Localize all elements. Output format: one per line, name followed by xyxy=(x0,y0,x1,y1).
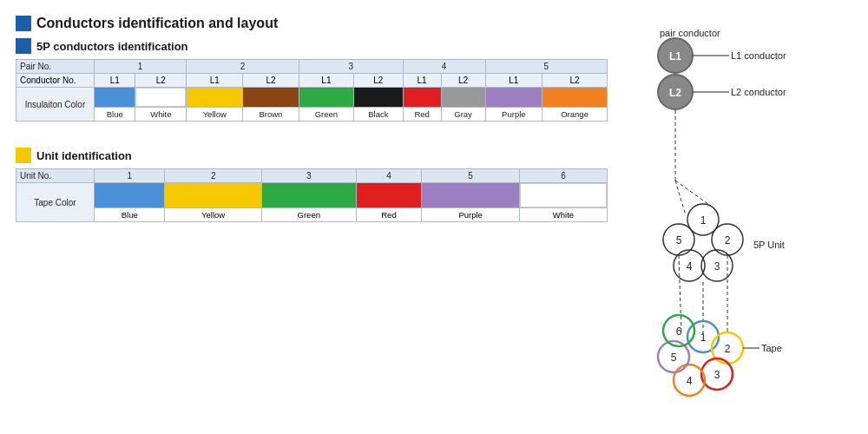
swatch-1-l2 xyxy=(135,88,187,108)
pair-3: 3 xyxy=(299,60,403,74)
dashed-line-mid xyxy=(675,181,686,215)
swatch-5-l1 xyxy=(485,88,542,108)
name-3-l2: Black xyxy=(354,108,404,122)
unit-1: 1 xyxy=(95,169,165,183)
unit-name-2: Yellow xyxy=(165,208,261,222)
c-1-l1: L1 xyxy=(95,74,135,88)
c-4-l2: L2 xyxy=(441,74,485,88)
unit-name-1: Blue xyxy=(95,208,165,222)
name-3-l1: Green xyxy=(299,108,353,122)
insulation-label: Insulaiton Color xyxy=(16,88,95,122)
diagram-area: pair conductor L1 L2 L1 conductor L2 con… xyxy=(634,24,859,425)
name-2-l1: Yellow xyxy=(187,108,243,122)
unit-swatch-3 xyxy=(261,183,356,208)
name-1-l2: White xyxy=(135,108,187,122)
unit-header-row: Unit No. 1 2 3 4 5 6 xyxy=(16,169,608,183)
c-1-l2: L2 xyxy=(135,74,187,88)
pair-4: 4 xyxy=(403,60,485,74)
main-title-text: Conductors identification and layout xyxy=(36,16,278,31)
5p-unit-label: 5P Unit xyxy=(753,240,785,250)
unit-name-5: Purple xyxy=(422,208,520,222)
c-3-l2: L2 xyxy=(354,74,404,88)
unit-color-name-row: Blue Yellow Green Red Purple White xyxy=(16,208,608,222)
name-5-l1: Purple xyxy=(485,108,542,122)
conductor-label: Conductor No. xyxy=(16,74,95,88)
unit-2-label: 2 xyxy=(725,234,731,247)
l2-circle-label: L2 xyxy=(669,87,681,99)
dashed-line-left xyxy=(675,181,712,207)
conductor-header-row: Conductor No. L1 L2 L1 L2 L1 L2 L1 L2 L1… xyxy=(16,74,608,88)
name-4-l1: Red xyxy=(403,108,441,122)
color-swatch-row: Insulaiton Color xyxy=(16,88,608,108)
l2-conductor-label: L2 conductor xyxy=(731,87,786,97)
unit-5: 5 xyxy=(422,169,520,183)
unit-name-6: White xyxy=(519,208,607,222)
pair-conductor-label: pair conductor xyxy=(660,28,720,38)
conductors-table: Pair No. 1 2 3 4 5 Conductor No. L1 L2 L… xyxy=(16,59,608,122)
tape-3-label: 3 xyxy=(714,369,720,381)
diagram-svg: pair conductor L1 L2 L1 conductor L2 con… xyxy=(634,24,859,434)
color-name-row: Blue White Yellow Brown Green Black Red … xyxy=(16,108,608,122)
unit-4-label: 4 xyxy=(687,260,693,273)
swatch-2-l1 xyxy=(187,88,243,108)
c-4-l1: L1 xyxy=(403,74,441,88)
pair-label: Pair No. xyxy=(16,60,95,74)
page: Conductors identification and layout 5P … xyxy=(0,0,868,434)
c-5-l2: L2 xyxy=(542,74,608,88)
unit-label: Unit No. xyxy=(16,169,95,183)
name-4-l2: Gray xyxy=(441,108,485,122)
unit-table: Unit No. 1 2 3 4 5 6 Tape Color xyxy=(16,168,608,222)
name-1-l1: Blue xyxy=(95,108,135,122)
pair-1: 1 xyxy=(95,60,187,74)
left-section: Conductors identification and layout 5P … xyxy=(16,16,616,425)
right-section: pair conductor L1 L2 L1 conductor L2 con… xyxy=(616,16,859,425)
conductors-subtitle-text: 5P conductors identification xyxy=(36,40,188,53)
unit-swatch-1 xyxy=(95,183,165,208)
tape-2-label: 2 xyxy=(725,343,731,355)
name-5-l2: Orange xyxy=(542,108,608,122)
unit-swatch-5 xyxy=(422,183,520,208)
tape-label: Tape Color xyxy=(16,183,95,222)
swatch-4-l2 xyxy=(441,88,485,108)
l1-conductor-label: L1 conductor xyxy=(731,50,786,61)
unit-2: 2 xyxy=(165,169,261,183)
unit-6: 6 xyxy=(519,169,607,183)
unit-1-label: 1 xyxy=(700,214,707,227)
tape-label: Tape xyxy=(761,343,782,353)
swatch-1-l1 xyxy=(95,88,135,108)
conductors-subtitle: 5P conductors identification xyxy=(16,38,608,54)
unit-3-label: 3 xyxy=(714,260,720,273)
c-2-l1: L1 xyxy=(187,74,243,88)
pair-5: 5 xyxy=(485,60,608,74)
swatch-2-l2 xyxy=(243,88,299,108)
unit-5-label: 5 xyxy=(676,234,682,247)
unit-section: Unit identification Unit No. 1 2 3 4 5 6 xyxy=(16,148,608,222)
unit-subtitle: Unit identification xyxy=(16,148,608,163)
pair-header-row: Pair No. 1 2 3 4 5 xyxy=(16,60,608,74)
unit-name-4: Red xyxy=(356,208,422,222)
tape-1-label: 1 xyxy=(700,332,707,344)
swatch-4-l1 xyxy=(403,88,441,108)
yellow-icon xyxy=(16,148,31,163)
c-3-l1: L1 xyxy=(299,74,353,88)
tape-5-label: 5 xyxy=(671,352,677,364)
unit-swatch-4 xyxy=(356,183,422,208)
unit-swatch-row: Tape Color xyxy=(16,183,608,208)
c-5-l1: L1 xyxy=(485,74,542,88)
swatch-3-l2 xyxy=(354,88,404,108)
dashed-line-bottom-left xyxy=(679,255,681,332)
pair-2: 2 xyxy=(187,60,299,74)
unit-swatch-6 xyxy=(519,183,607,208)
l1-circle-label: L1 xyxy=(669,50,681,62)
unit-3: 3 xyxy=(261,169,356,183)
name-2-l2: Brown xyxy=(243,108,299,122)
unit-name-3: Green xyxy=(261,208,356,222)
c-2-l2: L2 xyxy=(243,74,299,88)
swatch-3-l1 xyxy=(299,88,353,108)
swatch-5-l2 xyxy=(542,88,608,108)
tape-6-label: 6 xyxy=(676,326,682,338)
unit-4: 4 xyxy=(356,169,422,183)
blue-icon xyxy=(16,16,31,31)
unit-subtitle-text: Unit identification xyxy=(36,149,132,162)
main-title: Conductors identification and layout xyxy=(16,16,608,31)
